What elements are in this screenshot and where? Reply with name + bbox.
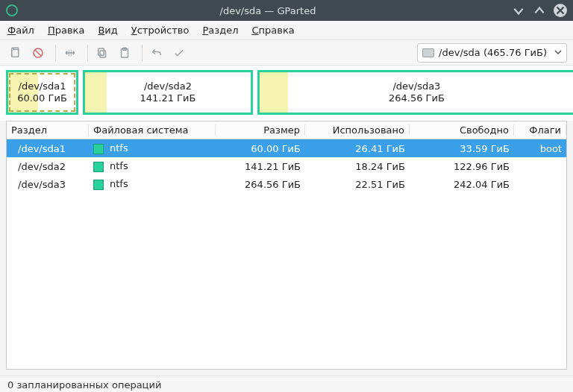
fs-color-swatch [93, 180, 104, 190]
table-row[interactable]: /dev/sda1ntfs60.00 ГиБ26.41 ГиБ33.59 ГиБ… [7, 139, 566, 157]
maximize-button[interactable] [533, 4, 546, 17]
col-used[interactable]: Использовано [305, 124, 410, 136]
statusbar-text: 0 запланированных операций [7, 379, 161, 391]
cell-fs: ntfs [89, 178, 216, 190]
delete-partition-button[interactable] [28, 43, 48, 63]
table-header: Раздел Файловая система Размер Использов… [7, 121, 566, 139]
toolbar: /dev/sda (465.76 ГиБ) [0, 40, 573, 66]
cell-fs: ntfs [89, 160, 216, 172]
close-button[interactable] [554, 4, 567, 17]
menu-device[interactable]: Устройство [131, 25, 190, 36]
cell-free: 242.04 ГиБ [410, 179, 514, 190]
svg-rect-3 [98, 48, 104, 55]
col-size[interactable]: Размер [216, 124, 305, 136]
fs-color-swatch [93, 144, 104, 154]
cell-name: /dev/sda3 [7, 179, 89, 190]
cell-free: 33.59 ГиБ [410, 143, 514, 154]
partition-block-label: /dev/sda2141.21 ГиБ [85, 80, 251, 105]
menu-file[interactable]: Файл [7, 25, 34, 36]
cell-used: 22.51 ГиБ [305, 179, 410, 190]
partition-block[interactable]: /dev/sda2141.21 ГиБ [83, 70, 253, 115]
col-flags[interactable]: Флаги [514, 124, 566, 136]
titlebar: /dev/sda — GParted [0, 0, 573, 21]
menu-help[interactable]: Справка [251, 25, 294, 36]
partition-block[interactable]: /dev/sda3264.56 ГиБ [257, 70, 573, 115]
resize-move-button[interactable] [60, 43, 80, 63]
toolbar-separator [142, 45, 143, 61]
menu-view[interactable]: Вид [98, 25, 117, 36]
device-selector[interactable]: /dev/sda (465.76 ГиБ) [417, 43, 567, 63]
partition-block-label: /dev/sda160.00 ГиБ [8, 80, 76, 105]
col-fs[interactable]: Файловая система [89, 124, 216, 136]
table-body: /dev/sda1ntfs60.00 ГиБ26.41 ГиБ33.59 ГиБ… [7, 139, 566, 369]
minimize-button[interactable] [512, 4, 525, 17]
partition-table: Раздел Файловая система Размер Использов… [6, 121, 567, 370]
toolbar-separator [55, 45, 56, 61]
table-row[interactable]: /dev/sda3ntfs264.56 ГиБ22.51 ГиБ242.04 Г… [7, 175, 566, 193]
new-partition-button[interactable] [6, 43, 25, 63]
cell-size: 141.21 ГиБ [216, 161, 305, 172]
statusbar: 0 запланированных операций [0, 376, 573, 392]
cell-name: /dev/sda2 [7, 161, 89, 172]
fs-color-swatch [93, 162, 104, 172]
apply-button[interactable] [169, 43, 189, 63]
cell-size: 60.00 ГиБ [216, 143, 305, 154]
col-name[interactable]: Раздел [7, 124, 89, 136]
cell-free: 122.96 ГиБ [410, 161, 514, 172]
device-selector-label: /dev/sda (465.76 ГиБ) [439, 47, 547, 58]
menu-part[interactable]: Раздел [202, 25, 238, 36]
cell-size: 264.56 ГиБ [216, 179, 305, 190]
partition-block-label: /dev/sda3264.56 ГиБ [260, 80, 573, 105]
window-buttons [512, 4, 567, 17]
copy-button[interactable] [93, 43, 112, 63]
app-icon [6, 4, 18, 16]
cell-used: 18.24 ГиБ [305, 161, 410, 172]
undo-button[interactable] [147, 43, 166, 63]
menubar: Файл Правка Вид Устройство Раздел Справк… [0, 21, 573, 40]
menu-edit[interactable]: Правка [48, 25, 84, 36]
window-title: /dev/sda — GParted [24, 5, 512, 16]
chevron-down-icon [554, 47, 562, 58]
harddisk-icon [422, 48, 434, 57]
svg-rect-2 [100, 51, 106, 57]
partition-visual: /dev/sda160.00 ГиБ/dev/sda2141.21 ГиБ/de… [0, 66, 573, 121]
table-row[interactable]: /dev/sda2ntfs141.21 ГиБ18.24 ГиБ122.96 Г… [7, 157, 566, 175]
cell-flags: boot [514, 143, 566, 154]
cell-used: 26.41 ГиБ [305, 143, 410, 154]
partition-block[interactable]: /dev/sda160.00 ГиБ [6, 70, 78, 115]
paste-button[interactable] [115, 43, 134, 63]
toolbar-separator [87, 45, 88, 61]
cell-name: /dev/sda1 [7, 143, 89, 154]
col-free[interactable]: Свободно [410, 124, 514, 136]
cell-fs: ntfs [89, 142, 216, 154]
